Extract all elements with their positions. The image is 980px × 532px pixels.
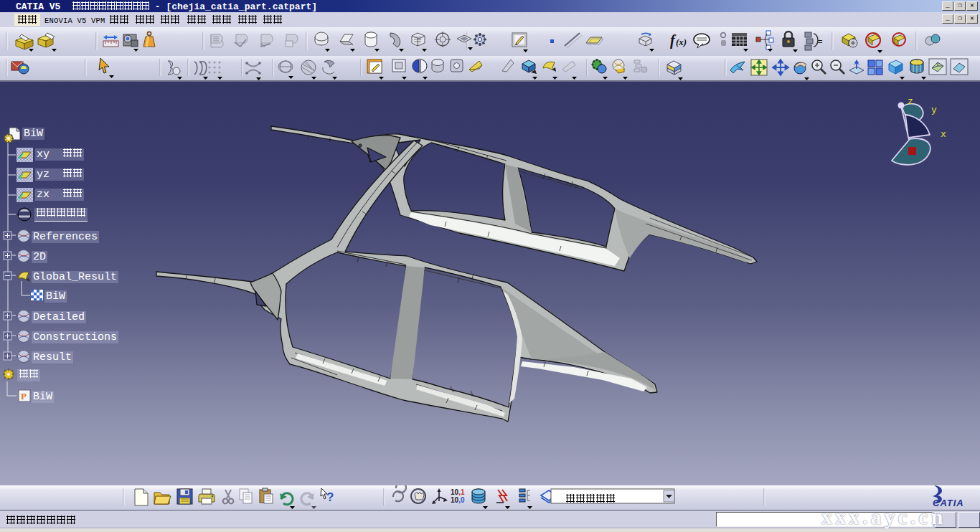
svg-text:=: = bbox=[818, 37, 822, 46]
svg-text:y: y bbox=[931, 105, 937, 115]
svg-text:?: ? bbox=[326, 490, 334, 504]
svg-text:z: z bbox=[908, 98, 913, 107]
svg-text:(x): (x) bbox=[676, 37, 687, 47]
svg-text:10,1: 10,1 bbox=[451, 488, 465, 496]
svg-text:P: P bbox=[21, 391, 27, 402]
svg-text:10,0: 10,0 bbox=[451, 496, 465, 504]
svg-text:x: x bbox=[941, 129, 946, 140]
